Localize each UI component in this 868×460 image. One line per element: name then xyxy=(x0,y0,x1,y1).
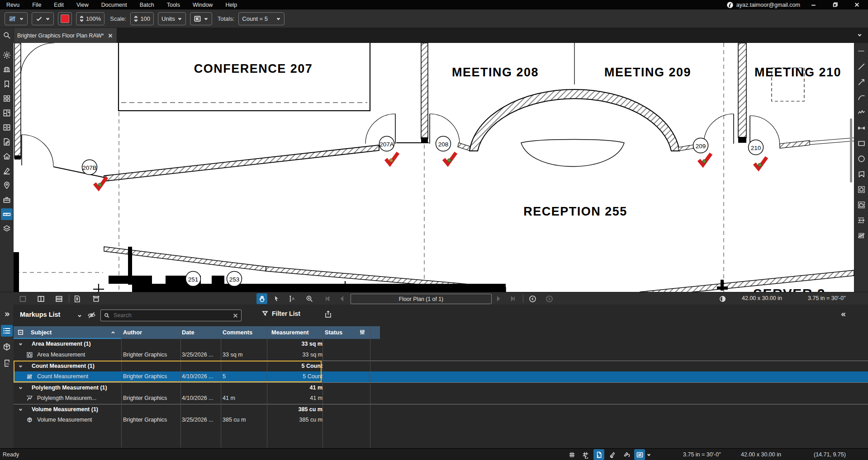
arrow-annot-icon[interactable] xyxy=(855,76,867,88)
expand-panel-icon[interactable] xyxy=(4,311,10,318)
length-line-icon[interactable] xyxy=(855,61,867,72)
column-header-comments[interactable]: Comments xyxy=(223,329,252,336)
column-header-status[interactable]: Status xyxy=(325,329,342,336)
dimension-icon[interactable] xyxy=(855,122,867,134)
markups-list-icon[interactable] xyxy=(1,325,13,337)
collapse-panel-icon[interactable] xyxy=(840,311,847,318)
collapse-all-icon[interactable] xyxy=(17,329,24,336)
drag-handle-icon[interactable] xyxy=(855,45,867,57)
tool-chest-icon[interactable] xyxy=(1,194,13,206)
group-chevron-icon[interactable] xyxy=(18,342,23,347)
tab-list-chevron-icon[interactable] xyxy=(857,32,863,38)
restore-button[interactable] xyxy=(828,0,842,9)
drawing-canvas[interactable]: CONFERENCE 207MEETING 208MEETING 209MEET… xyxy=(14,43,854,292)
line-style-dropdown[interactable] xyxy=(190,12,212,25)
select-cursor-icon[interactable] xyxy=(270,293,281,304)
signatures-icon[interactable] xyxy=(1,165,13,177)
markup-row[interactable]: Count MeasurementBrighter Graphics4/10/2… xyxy=(14,371,868,382)
zoom-level-control[interactable]: 100% xyxy=(76,12,104,25)
sync-views-icon[interactable] xyxy=(634,449,645,460)
column-header-measurement[interactable]: Measurement xyxy=(271,329,309,336)
thumbnails-icon[interactable] xyxy=(1,93,13,104)
menu-help[interactable]: Help xyxy=(219,0,243,9)
center-measure-icon[interactable] xyxy=(855,214,867,226)
column-header-date[interactable]: Date xyxy=(182,329,194,336)
tab-close-icon[interactable] xyxy=(108,33,113,38)
clear-search-icon[interactable] xyxy=(232,313,238,319)
group-chevron-icon[interactable] xyxy=(18,407,23,412)
area-cutout-icon[interactable] xyxy=(855,199,867,211)
count-tool-button[interactable] xyxy=(5,12,28,25)
area-measure-icon[interactable] xyxy=(855,183,867,195)
pan-hand-icon[interactable] xyxy=(256,293,267,304)
group-row[interactable]: Area Measurement (1)33 sq m xyxy=(14,339,868,350)
properties-gear-icon[interactable] xyxy=(1,49,13,61)
snap-markup-icon[interactable] xyxy=(607,449,618,460)
next-page-icon[interactable] xyxy=(493,293,504,304)
snap-grid-icon[interactable] xyxy=(580,449,591,460)
search-input[interactable] xyxy=(113,312,230,319)
minimize-button[interactable] xyxy=(806,0,820,9)
single-pane-icon[interactable] xyxy=(17,293,28,304)
layers-icon[interactable] xyxy=(1,223,13,235)
group-row[interactable]: Volume Measurement (1)385 cu m xyxy=(14,404,868,415)
menu-edit[interactable]: Edit xyxy=(47,0,70,9)
split-horizontal-icon[interactable] xyxy=(53,293,64,304)
snap-content-icon[interactable] xyxy=(593,449,604,460)
count-tool-icon[interactable] xyxy=(855,230,867,241)
color-swatch-button[interactable] xyxy=(58,12,72,25)
column-header-subject[interactable]: Subject xyxy=(31,329,52,336)
fit-width-icon[interactable] xyxy=(90,293,101,304)
group-row[interactable]: Polylength Measurement (1)41 m xyxy=(14,382,868,393)
filter-list-button[interactable]: Filter List xyxy=(261,310,300,317)
first-page-icon[interactable] xyxy=(322,293,333,304)
totals-dropdown[interactable]: Count = 5 xyxy=(238,12,285,25)
places-icon[interactable] xyxy=(1,179,13,191)
menu-view[interactable]: View xyxy=(70,0,95,9)
account-button[interactable]: ayaz.taimoor@gmail.com xyxy=(726,1,800,9)
model-3d-panel-icon[interactable] xyxy=(1,341,13,353)
zoom-tool-icon[interactable] xyxy=(304,293,315,304)
close-window-button[interactable] xyxy=(850,0,863,9)
markup-row[interactable]: Polylength Measurem...Brighter Graphics4… xyxy=(14,393,868,404)
units-dropdown[interactable]: Units xyxy=(158,12,186,25)
zoom-spinner[interactable] xyxy=(80,16,84,22)
document-tab[interactable]: Brighter Graphics Floor Plan RAW* xyxy=(14,28,117,43)
count-check-markup[interactable] xyxy=(754,157,767,169)
count-check-markup[interactable] xyxy=(386,153,398,164)
scale-control[interactable]: 100 xyxy=(130,12,154,25)
javascript-panel-icon[interactable]: JS xyxy=(1,357,13,369)
history-forward-icon[interactable] xyxy=(544,293,555,304)
export-summary-icon[interactable] xyxy=(324,310,332,319)
last-page-icon[interactable] xyxy=(508,293,518,304)
scale-spinner[interactable] xyxy=(134,16,138,22)
menu-file[interactable]: File xyxy=(26,0,47,9)
menu-document[interactable]: Document xyxy=(95,0,133,9)
reuse-markup-icon[interactable] xyxy=(621,449,631,460)
sort-ascending-icon[interactable] xyxy=(110,330,116,335)
markups-title-chevron-icon[interactable] xyxy=(77,313,82,319)
history-back-icon[interactable] xyxy=(527,293,538,304)
ellipse-tool-icon[interactable] xyxy=(855,153,867,164)
spaces-icon[interactable] xyxy=(1,107,13,119)
sync-chevron-icon[interactable] xyxy=(645,449,652,460)
column-header-author[interactable]: Author xyxy=(123,329,142,336)
hide-markups-icon[interactable] xyxy=(87,310,96,320)
column-settings-icon[interactable] xyxy=(359,329,366,336)
markup-row[interactable]: Area MeasurementBrighter Graphics3/25/20… xyxy=(14,350,868,361)
menu-batch[interactable]: Batch xyxy=(133,0,161,9)
measurements-icon[interactable] xyxy=(1,208,13,220)
polyline-measure-icon[interactable] xyxy=(855,107,867,118)
polygon-tool-icon[interactable] xyxy=(855,168,867,180)
markups-search-box[interactable] xyxy=(100,310,242,321)
markup-summary-icon[interactable] xyxy=(1,136,13,148)
contrast-icon[interactable] xyxy=(717,293,728,304)
previous-page-icon[interactable] xyxy=(337,293,347,304)
text-select-icon[interactable]: A xyxy=(287,293,298,304)
fit-page-icon[interactable] xyxy=(71,293,82,304)
menu-tools[interactable]: Tools xyxy=(161,0,186,9)
grid-toggle-icon[interactable] xyxy=(566,449,577,460)
sets-icon[interactable] xyxy=(1,122,13,133)
status-check-button[interactable] xyxy=(32,12,54,25)
count-check-markup[interactable] xyxy=(699,154,711,165)
